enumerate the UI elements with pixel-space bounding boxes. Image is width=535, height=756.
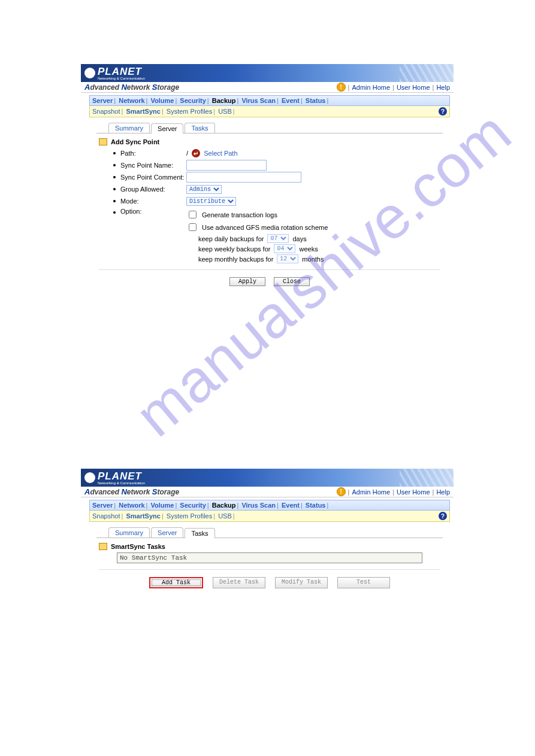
gfs-monthly-select[interactable]: 12	[277, 254, 298, 263]
maintab-event[interactable]: Event	[282, 97, 300, 104]
section-title: Add Sync Point	[99, 138, 440, 145]
delete-task-button[interactable]: Delete Task	[213, 577, 265, 588]
tab-server[interactable]: Server	[151, 527, 183, 538]
maintab-status[interactable]: Status	[306, 97, 326, 104]
maintab-backup[interactable]: Backup	[212, 97, 236, 104]
help-icon[interactable]: ?	[439, 512, 447, 520]
option-label: Option:	[120, 208, 186, 215]
tab-tasks[interactable]: Tasks	[185, 123, 214, 133]
logo: PLANET Networking & Communication	[81, 470, 145, 485]
brand-text: PLANET	[98, 470, 142, 482]
globe-icon	[84, 472, 95, 483]
link-admin-home[interactable]: Admin Home	[352, 488, 390, 496]
subtab-snapshot[interactable]: Snapshot	[92, 108, 120, 115]
panel-add-sync-point: PLANET Networking & Communication Advanc…	[81, 64, 454, 296]
alert-icon[interactable]: !	[337, 487, 346, 496]
link-help[interactable]: Help	[436, 84, 450, 91]
main-tabs: Server| Network| Volume| Security| Backu…	[89, 500, 450, 511]
gfs-daily-label-pre: keep daily backups for	[198, 235, 264, 242]
add-task-button[interactable]: Add Task	[149, 577, 203, 588]
help-icon[interactable]: ?	[439, 107, 447, 116]
sync-point-name-input[interactable]	[186, 160, 267, 171]
maintab-backup[interactable]: Backup	[212, 502, 236, 509]
maintab-status[interactable]: Status	[306, 502, 326, 509]
path-label: Path:	[120, 150, 186, 157]
maintab-volume[interactable]: Volume	[151, 97, 174, 104]
maintab-server[interactable]: Server	[92, 502, 113, 509]
gfs-weekly-label-pre: keep weekly backups for	[198, 245, 270, 253]
path-root: /	[186, 150, 188, 157]
subtab-usb[interactable]: USB	[218, 512, 232, 520]
sub-tabs: Snapshot| SmartSync| System Profiles| US…	[89, 511, 450, 522]
link-admin-home[interactable]: Admin Home	[352, 84, 390, 91]
mode-label: Mode:	[120, 198, 186, 205]
gfs-weekly-label-post: weeks	[299, 245, 318, 253]
modify-task-button[interactable]: Modify Task	[275, 577, 328, 588]
folder-icon	[99, 543, 107, 550]
subtab-smartsync[interactable]: SmartSync	[126, 108, 160, 115]
header-decoration	[400, 64, 454, 82]
maintab-virus-scan[interactable]: Virus Scan	[241, 502, 276, 509]
top-links: ! | Admin Home | User Home | Help	[337, 83, 450, 92]
inner-tabs: Summary Server Tasks	[108, 526, 443, 538]
sync-point-name-label: Sync Point Name:	[120, 162, 186, 169]
group-allowed-select[interactable]: Admins	[186, 185, 222, 194]
section-title: SmartSync Tasks	[99, 543, 440, 550]
gfs-monthly-label-pre: keep monthly backups for	[198, 256, 273, 263]
subtab-system-profiles[interactable]: System Profiles	[167, 108, 212, 115]
gfs-scheme-label: Use advanced GFS media rotation scheme	[202, 224, 328, 231]
subtab-snapshot[interactable]: Snapshot	[92, 512, 120, 520]
test-button[interactable]: Test	[337, 577, 390, 588]
tab-summary[interactable]: Summary	[108, 123, 150, 133]
main-tabs: Server| Network| Volume| Security| Backu…	[89, 95, 450, 106]
maintab-virus-scan[interactable]: Virus Scan	[241, 97, 276, 104]
gfs-monthly-label-post: months	[302, 256, 324, 263]
globe-icon	[84, 68, 95, 78]
maintab-server[interactable]: Server	[92, 97, 113, 104]
gfs-scheme-checkbox[interactable]	[189, 223, 197, 231]
sync-point-comment-label: Sync Point Comment:	[120, 174, 186, 181]
maintab-volume[interactable]: Volume	[151, 502, 174, 509]
gfs-weekly-select[interactable]: 04	[274, 244, 295, 253]
maintab-security[interactable]: Security	[180, 502, 205, 509]
close-button[interactable]: Close	[274, 277, 310, 286]
titlebar: Advanced Network Storage ! | Admin Home …	[81, 487, 454, 497]
subtab-usb[interactable]: USB	[218, 108, 232, 115]
titlebar: Advanced Network Storage ! | Admin Home …	[81, 82, 454, 93]
group-allowed-label: Group Allowed:	[120, 186, 186, 193]
top-links: ! | Admin Home | User Home | Help	[337, 487, 450, 496]
maintab-security[interactable]: Security	[180, 97, 205, 104]
brand-subtext: Networking & Communication	[98, 481, 145, 485]
select-path-link[interactable]: Select Path	[204, 150, 237, 157]
apply-button[interactable]: Apply	[229, 277, 265, 286]
generate-logs-checkbox[interactable]	[189, 211, 197, 218]
maintab-network[interactable]: Network	[119, 502, 144, 509]
maintab-network[interactable]: Network	[119, 97, 144, 104]
alert-icon[interactable]: !	[337, 83, 346, 92]
inner-tabs: Summary Server Tasks	[108, 121, 443, 133]
task-list-empty: No SmartSync Task	[117, 552, 422, 563]
gfs-daily-label-post: days	[292, 235, 306, 242]
header-decoration	[400, 469, 454, 487]
mode-select[interactable]: Distribute	[186, 197, 236, 206]
header: PLANET Networking & Communication	[81, 469, 454, 487]
link-help[interactable]: Help	[436, 488, 450, 496]
generate-logs-label: Generate transaction logs	[202, 211, 277, 218]
brand-text: PLANET	[98, 66, 142, 77]
logo: PLANET Networking & Communication	[81, 66, 145, 80]
page-title: Advanced Network Storage	[84, 83, 179, 92]
gfs-daily-select[interactable]: 07	[267, 234, 289, 243]
tab-tasks[interactable]: Tasks	[185, 528, 214, 538]
page-title: Advanced Network Storage	[84, 487, 179, 496]
link-user-home[interactable]: User Home	[397, 488, 430, 496]
brand-subtext: Networking & Communication	[98, 77, 145, 80]
link-user-home[interactable]: User Home	[397, 84, 430, 91]
maintab-event[interactable]: Event	[282, 502, 300, 509]
tab-server[interactable]: Server	[151, 123, 183, 133]
tab-summary[interactable]: Summary	[108, 527, 150, 538]
subtab-system-profiles[interactable]: System Profiles	[167, 512, 212, 520]
panel-smartsync-tasks: PLANET Networking & Communication Advanc…	[81, 469, 454, 598]
subtab-smartsync[interactable]: SmartSync	[126, 512, 160, 520]
sync-point-comment-input[interactable]	[186, 172, 301, 183]
select-path-icon[interactable]: ↵	[192, 149, 200, 157]
